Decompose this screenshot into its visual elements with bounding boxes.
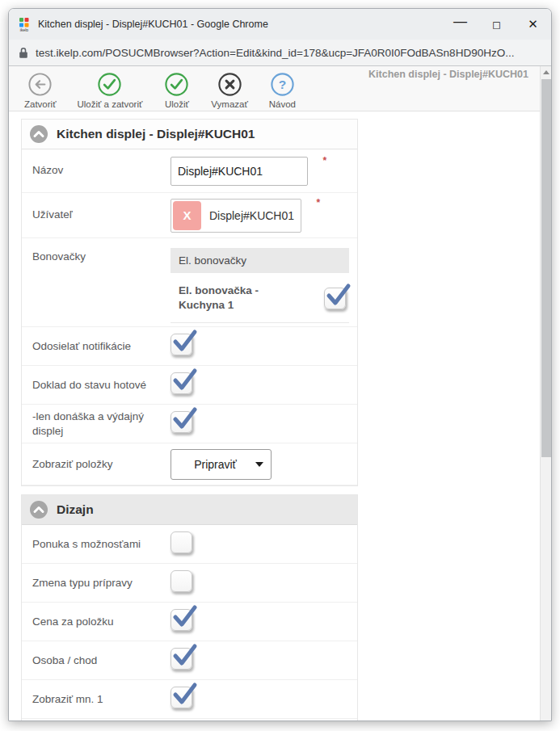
back-arrow-icon [27,71,53,98]
ikelp-favicon: ikelp [17,17,32,32]
scrollbar-thumb[interactable] [541,79,551,457]
close-form-button[interactable]: Zatvoriť [14,70,66,110]
bonovacky-row: Bonovačky El. bonovačky El. bonovačka - … [22,238,357,327]
check-circle-icon [163,71,190,98]
odosielat-row: Odosielať notifikácie [22,327,357,366]
lock-icon[interactable] [19,47,28,59]
address-bar[interactable]: test.ikelp.com/POSUCMBrowser?Action=Edit… [9,40,551,66]
tool-label: Vymazať [211,99,247,109]
uzivatel-value: Displej#KUCH01 [209,209,294,222]
cena-row: Cena za položku [22,603,357,641]
ponuka-checkbox[interactable] [171,531,192,553]
clipped-row [22,718,357,720]
tool-label: Uložiť [165,99,189,109]
question-circle-icon: ? [269,71,296,98]
nazov-input[interactable] [171,157,308,186]
window-title: Kitchen displej - Displej#KUCH01 - Googl… [38,19,442,30]
cena-checkbox[interactable] [171,609,192,631]
bonovacky-label: Bonovačky [32,238,171,264]
bonovacky-item-row: El. bonovačka - Kuchyna 1 [171,275,349,323]
nazov-label: Názov [32,163,171,178]
collapse-chevron-icon[interactable] [29,124,48,144]
zobrazit-mn-row: Zobraziť mn. 1 [22,680,357,719]
chevron-down-icon [255,462,263,467]
maximize-button[interactable]: ◻ [478,9,515,40]
section-title: Dizajn [57,502,94,517]
url-text: test.ikelp.com/POSUCMBrowser?Action=Edit… [36,47,514,59]
scroll-up-icon [543,70,549,74]
scroll-up-button[interactable] [541,66,551,78]
required-asterisk: * [316,197,320,208]
cena-label: Cena za položku [32,615,171,629]
save-button[interactable]: Uložiť [153,70,200,110]
minimize-button[interactable]: — [442,9,478,40]
uzivatel-field[interactable]: X Displej#KUCH01 [171,199,301,233]
osoba-row: Osoba / chod [22,641,357,680]
check-icon [172,328,199,355]
len-donaska-checkbox[interactable] [171,411,192,433]
uzivatel-label: Užívateľ [32,208,171,222]
zobrazit-mn-checkbox[interactable] [171,687,192,708]
ponuka-row: Ponuka s možnosťami [22,525,357,564]
check-icon [326,282,352,309]
ponuka-label: Ponuka s možnosťami [32,537,171,552]
help-button[interactable]: ? Návod [259,70,306,110]
select-value: Pripraviť [179,458,252,471]
form-area: Kitchen displej - Displej#KUCH01 Názov *… [9,111,540,720]
page-viewport: Zatvoriť Uložiť a zatvoriť Uložiť [9,66,551,720]
page-scrollbar[interactable] [540,66,551,720]
tool-label: Návod [269,99,296,109]
check-icon [172,681,199,708]
browser-window: ikelp Kitchen displej - Displej#KUCH01 -… [8,8,552,721]
zobrazit-polozky-select[interactable]: Pripraviť [171,449,272,480]
zobrazit-polozky-label: Zobraziť položky [32,457,171,472]
svg-text:ikelp: ikelp [20,27,29,32]
save-and-close-button[interactable]: Uložiť a zatvoriť [66,70,153,110]
close-button[interactable]: ✕ [515,9,551,40]
zmena-typu-row: Zmena typu prípravy [22,564,357,603]
bonovacky-item-checkbox[interactable] [324,288,346,309]
collapse-chevron-icon[interactable] [29,500,48,519]
dizajn-section: Dizajn Ponuka s možnosťami [21,494,358,720]
app-toolbar: Zatvoriť Uložiť a zatvoriť Uložiť [9,66,540,111]
svg-text:?: ? [279,78,286,91]
required-asterisk: * [322,155,326,166]
osoba-checkbox[interactable] [171,648,192,670]
bonovacky-table: El. bonovačky El. bonovačka - Kuchyna 1 [171,238,349,326]
odosielat-label: Odosielať notifikácie [32,339,171,354]
odosielat-checkbox[interactable] [171,334,192,355]
bonovacky-table-header: El. bonovačky [171,248,349,273]
check-icon [172,367,199,393]
uzivatel-row: Užívateľ X Displej#KUCH01 * [22,193,357,238]
zobrazit-mn-label: Zobraziť mn. 1 [32,692,171,707]
zmena-typu-label: Zmena typu prípravy [32,576,171,590]
main-section: Kitchen displej - Displej#KUCH01 Názov *… [21,119,358,486]
window-titlebar: ikelp Kitchen displej - Displej#KUCH01 -… [9,9,551,40]
check-icon [172,603,199,630]
clear-user-button[interactable]: X [173,201,201,230]
len-donaska-row: -len donáška a výdajný displej [22,405,357,443]
doklad-checkbox[interactable] [171,372,192,394]
check-icon [172,405,199,432]
zobrazit-polozky-row: Zobraziť položky Pripraviť [22,443,357,485]
check-circle-icon [96,71,123,98]
check-icon [172,642,199,669]
osoba-label: Osoba / chod [32,653,171,668]
dizajn-section-header: Dizajn [22,495,357,525]
nazov-row: Názov * [22,149,357,193]
delete-button[interactable]: Vymazať [200,70,258,110]
doklad-label: Doklad do stavu hotové [32,378,171,393]
len-donaska-label: -len donáška a výdajný displej [32,410,171,439]
cross-circle-icon [217,71,243,98]
tool-label: Zatvoriť [24,99,56,109]
tool-label: Uložiť a zatvoriť [77,99,142,109]
toolbar-context-title: Kitchen displej - Displej#KUCH01 [368,69,528,80]
main-section-header: Kitchen displej - Displej#KUCH01 [22,120,357,149]
doklad-row: Doklad do stavu hotové [22,366,357,405]
zmena-typu-checkbox[interactable] [171,570,192,592]
section-title: Kitchen displej - Displej#KUCH01 [57,127,255,141]
bonovacky-item-label: El. bonovačka - Kuchyna 1 [179,284,304,313]
